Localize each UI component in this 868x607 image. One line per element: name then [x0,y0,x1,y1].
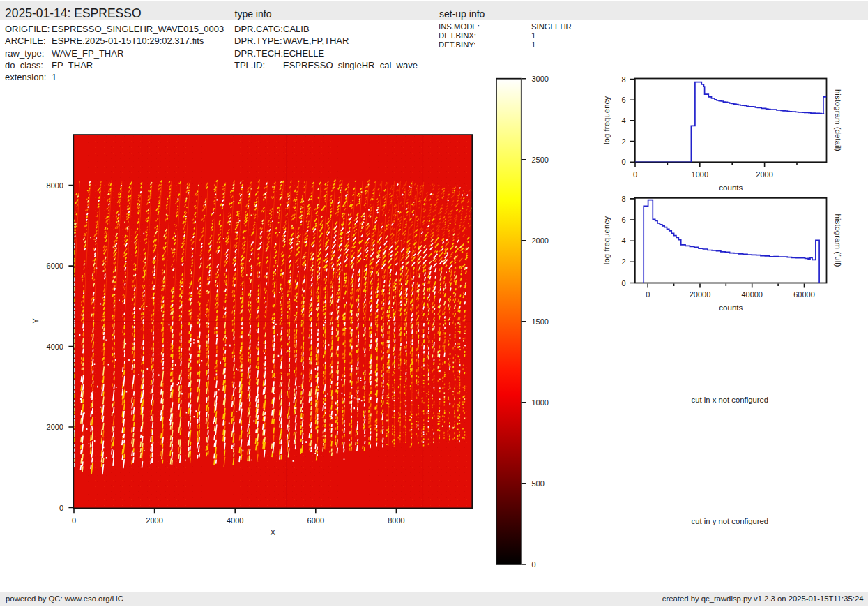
svg-text:cut in y not configured: cut in y not configured [692,517,769,525]
svg-text:histogram (detail): histogram (detail) [834,89,842,151]
svg-text:cut in x not configured: cut in x not configured [692,396,769,404]
svg-text:0: 0 [72,516,76,525]
svg-text:0: 0 [646,290,650,299]
svg-text:2000: 2000 [532,237,549,245]
svg-text:500: 500 [532,479,545,488]
svg-text:0: 0 [621,158,625,166]
svg-text:2: 2 [621,137,625,146]
svg-text:6: 6 [621,96,625,104]
svg-text:histogram (full): histogram (full) [834,214,842,267]
svg-text:8000: 8000 [47,181,63,190]
svg-text:6000: 6000 [307,516,324,525]
svg-text:2: 2 [621,257,625,266]
svg-text:20000: 20000 [690,290,711,299]
svg-text:1000: 1000 [692,170,708,179]
svg-text:0: 0 [621,279,625,287]
svg-text:2000: 2000 [756,170,772,179]
svg-text:3000: 3000 [532,75,549,83]
svg-text:log frequency: log frequency [603,216,611,264]
svg-text:2000: 2000 [146,516,162,525]
svg-text:6: 6 [621,216,625,224]
svg-text:X: X [270,528,275,537]
svg-text:8: 8 [621,75,625,84]
svg-text:log frequency: log frequency [603,96,611,144]
svg-text:0: 0 [532,560,536,569]
svg-text:2500: 2500 [532,156,549,164]
svg-text:40000: 40000 [741,290,763,299]
svg-text:4000: 4000 [227,516,243,525]
svg-text:4: 4 [621,237,625,245]
svg-text:Y: Y [32,318,40,324]
svg-text:8000: 8000 [388,516,404,525]
svg-text:counts: counts [719,183,743,192]
svg-text:60000: 60000 [793,290,815,299]
svg-text:1500: 1500 [532,317,549,326]
svg-text:4000: 4000 [47,343,63,351]
svg-text:counts: counts [719,304,743,312]
svg-text:1000: 1000 [532,398,549,407]
svg-text:0: 0 [633,170,637,179]
svg-text:8: 8 [621,195,625,203]
svg-text:2000: 2000 [47,423,63,431]
svg-text:6000: 6000 [47,262,63,270]
svg-text:4: 4 [621,117,625,125]
svg-text:0: 0 [59,504,63,512]
